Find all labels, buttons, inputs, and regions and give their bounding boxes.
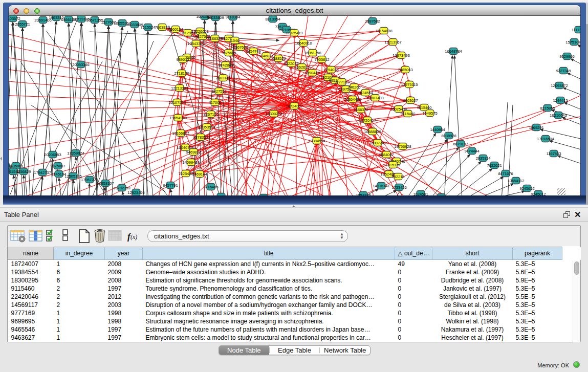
svg-text:7386372: 7386372	[353, 107, 368, 112]
svg-text:7515524: 7515524	[140, 25, 155, 30]
svg-text:17957223: 17957223	[81, 178, 98, 182]
svg-text:2603144: 2603144	[215, 76, 230, 80]
svg-text:9227349: 9227349	[556, 69, 571, 73]
svg-text:1362615: 1362615	[294, 65, 309, 70]
svg-text:1469144: 1469144	[192, 172, 207, 177]
svg-text:17016504: 17016504	[537, 137, 554, 141]
svg-text:1117322: 1117322	[572, 28, 580, 32]
svg-text:746266: 746266	[347, 85, 360, 90]
svg-text:2718170: 2718170	[174, 71, 189, 76]
svg-text:16210643: 16210643	[550, 113, 567, 118]
svg-text:1156829: 1156829	[16, 169, 31, 174]
svg-text:8471676: 8471676	[498, 171, 513, 176]
svg-text:16154838: 16154838	[375, 29, 392, 33]
svg-text:3875685: 3875685	[221, 51, 236, 55]
svg-text:9777169: 9777169	[334, 80, 349, 84]
svg-text:19384554: 19384554	[308, 139, 325, 143]
svg-text:9242848: 9242848	[218, 63, 233, 68]
svg-text:19756928: 19756928	[394, 144, 411, 149]
svg-text:2935114: 2935114	[476, 156, 491, 161]
svg-text:9329966: 9329966	[559, 54, 574, 59]
svg-text:15751074: 15751074	[565, 40, 580, 45]
svg-text:9474444: 9474444	[464, 149, 479, 154]
svg-text:7485063: 7485063	[398, 68, 412, 72]
svg-text:1969291: 1969291	[529, 125, 543, 130]
svg-text:8813054: 8813054	[265, 17, 280, 21]
svg-text:9457791: 9457791	[163, 183, 178, 188]
svg-text:1167533: 1167533	[547, 151, 561, 156]
svg-text:1440954: 1440954	[430, 127, 445, 132]
svg-text:10973493: 10973493	[393, 53, 409, 58]
svg-text:16782759: 16782759	[113, 186, 130, 190]
svg-text:252214: 252214	[391, 174, 404, 179]
svg-text:9463627: 9463627	[403, 98, 418, 103]
svg-text:12213382: 12213382	[171, 86, 188, 91]
svg-text:19654923: 19654923	[169, 116, 186, 120]
svg-text:1403572: 1403572	[9, 16, 20, 21]
svg-text:9115460: 9115460	[417, 105, 432, 110]
svg-text:8454749: 8454749	[246, 49, 260, 54]
svg-text:20206553: 20206553	[44, 152, 61, 157]
svg-text:6794028: 6794028	[323, 68, 338, 72]
svg-text:17942737: 17942737	[34, 170, 51, 175]
svg-text:1546: 1546	[231, 38, 239, 43]
svg-text:7632621: 7632621	[487, 163, 502, 168]
svg-text:14099489: 14099489	[182, 160, 199, 165]
svg-text:12213967: 12213967	[384, 40, 401, 45]
svg-text:2055721: 2055721	[15, 22, 30, 27]
svg-text:12923466: 12923466	[127, 190, 144, 195]
svg-text:8427552: 8427552	[211, 89, 226, 94]
svg-text:17359924: 17359924	[67, 151, 84, 156]
svg-text:989013: 989013	[176, 57, 189, 62]
svg-text:7663822: 7663822	[155, 25, 169, 30]
svg-text:1588520: 1588520	[271, 56, 286, 61]
svg-text:9975887: 9975887	[50, 164, 65, 168]
svg-text:2887682: 2887682	[365, 19, 380, 24]
svg-text:9245012: 9245012	[531, 192, 546, 196]
svg-text:12353594: 12353594	[198, 125, 215, 129]
svg-text:1244415: 1244415	[553, 98, 568, 103]
svg-text:9469822: 9469822	[186, 150, 201, 155]
svg-text:12975115: 12975115	[401, 82, 418, 87]
svg-text:7955812: 7955812	[314, 57, 329, 62]
svg-text:1733426: 1733426	[391, 185, 406, 190]
svg-text:9245652: 9245652	[519, 186, 534, 191]
svg-text:19166827: 19166827	[172, 131, 189, 136]
svg-text:18807249: 18807249	[369, 141, 386, 145]
svg-text:10958107: 10958107	[97, 181, 114, 186]
svg-text:20053346: 20053346	[72, 62, 89, 67]
svg-text:3624554: 3624554	[358, 91, 373, 95]
svg-text:10688609: 10688609	[364, 129, 381, 134]
svg-text:8938928: 8938928	[441, 134, 456, 138]
svg-text:1024501: 1024501	[413, 192, 428, 196]
svg-text:18300275: 18300275	[265, 112, 282, 116]
svg-text:8186328: 8186328	[207, 36, 222, 41]
svg-text:1145194: 1145194	[52, 172, 67, 177]
svg-text:10654112: 10654112	[508, 179, 525, 183]
svg-text:11325419: 11325419	[286, 31, 303, 35]
svg-text:20364436: 20364436	[344, 97, 361, 102]
svg-text:8215955: 8215955	[540, 106, 555, 111]
svg-text:10543362: 10543362	[187, 41, 204, 46]
svg-text:(x): (x)	[130, 233, 137, 240]
svg-text:9716485: 9716485	[203, 185, 218, 189]
svg-text:12093872: 12093872	[551, 83, 568, 88]
svg-text:9115460: 9115460	[401, 112, 416, 116]
svg-text:9084067: 9084067	[379, 152, 394, 157]
svg-text:16640910: 16640910	[295, 41, 312, 46]
svg-text:1549575: 1549575	[422, 111, 437, 116]
svg-text:8990448: 8990448	[304, 71, 319, 75]
svg-text:16961758: 16961758	[304, 51, 321, 55]
svg-text:6879197: 6879197	[453, 142, 468, 146]
svg-text:18724007: 18724007	[286, 104, 302, 108]
svg-text:8267110: 8267110	[204, 112, 219, 117]
svg-text:14136141: 14136141	[373, 184, 389, 188]
svg-text:10807480: 10807480	[366, 96, 383, 100]
svg-text:8878352: 8878352	[193, 135, 208, 140]
svg-text:9118304: 9118304	[226, 16, 241, 19]
svg-text:7625402: 7625402	[178, 171, 193, 176]
svg-text:16033809: 16033809	[207, 16, 224, 20]
svg-text:1815132: 1815132	[385, 163, 400, 167]
svg-text:15720407: 15720407	[359, 118, 376, 123]
svg-text:16648784: 16648784	[445, 49, 462, 54]
